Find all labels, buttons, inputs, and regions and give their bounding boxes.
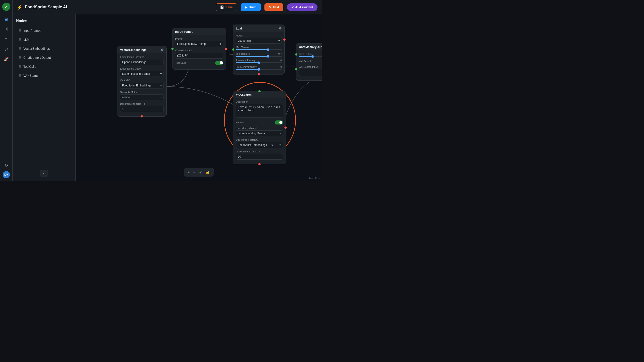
vak-documents-field: Documents to fetch - k 10 [236,150,283,160]
canvas[interactable]: VectorEmbeddings ⚙ Embeddings Provider O… [76,15,322,181]
nodes-panel: Nodes ⠿ InputPrompt ⠿ LLM ⠿ VectorEmbedd… [12,15,76,181]
drag-icon: ⠿ [19,74,21,77]
node-label-inputprompt: InputPrompt [24,29,40,32]
inputprompt-output-dot [225,48,227,50]
sidebar-icon-user[interactable]: DV [3,171,10,178]
build-icon: ▶ [245,6,247,9]
vak-documents-value: 10 [236,154,283,160]
project-title: ⚡ FoodSprint Sample AI [17,5,67,10]
sidebar-icon-rocket[interactable]: 🚀 [2,55,10,63]
topbar: ⚡ FoodSprint Sample AI 💾 Save ▶ Build ✎ … [12,0,322,15]
drag-icon: ⠿ [19,65,21,68]
structured-vectordb-select[interactable]: FoodSprint Embeddings CSV ▾ [236,142,283,148]
embeddings-model-select[interactable]: text-embedding-3-small ▾ [120,71,164,77]
llm-model-field: Model gpt-4o-mini ▾ [236,34,282,44]
vak-right-dot [284,126,287,129]
embeddings-model-field: Embeddings Model text-embedding-3-small … [120,67,164,77]
vaksearch-toggle-field: VAKSearch [299,59,322,63]
sidebar-icon-discover[interactable]: ◎ [2,45,10,53]
node-llm-header: LLM ⚙ [233,25,284,32]
llm-input-dot [232,48,234,51]
build-button[interactable]: ▶ Build [240,3,261,11]
vaksearch-input-field: VAKSearch Input [299,66,322,76]
test-button[interactable]: ✎ Test [264,3,283,11]
llm-model-select[interactable]: gpt-4o-mini ▾ [236,38,282,44]
frequency-penalty-slider[interactable] [236,69,282,70]
embeddings-provider-select[interactable]: OpenAIEmbeddings ▾ [120,59,164,65]
sidebar-item-inputprompt[interactable]: ⠿ InputPrompt [16,27,72,35]
node-label-vaksearch: VAKSearch [24,74,39,77]
node-vak-body: Description Invoke this when user asks a… [233,98,286,164]
node-inputprompt-body: Prompt FoodSprint RAG Prompt ▾ Context I… [172,35,226,69]
frequency-penalty-slider-row: Frequency Penalty 0 [236,66,282,70]
temperature-slider[interactable] [236,56,282,57]
sidebar-icon-db[interactable]: 🗄 [2,25,10,33]
sidebar-item-vaksearch[interactable]: ⠿ VAKSearch [16,72,72,80]
history-toggle[interactable] [275,120,283,124]
max-tokens-slider[interactable] [236,49,282,50]
vak-embeddings-model-select[interactable]: text-embedding-3-small ▾ [236,130,283,136]
ai-assistant-button[interactable]: ✔ AI Assistant [287,3,318,11]
vector-db-field: VectorDB FoodSprint Embeddings ▾ [120,79,164,88]
llm-output-dot-right [283,39,286,41]
llm-output-dot-bottom [258,73,260,75]
temperature-slider-row: Temperature 0.7 [236,53,282,57]
node-inputprompt[interactable]: InputPrompt Prompt FoodSprint RAG Prompt… [172,28,226,70]
node-vectorembeddings-header: VectorEmbeddings ⚙ [118,46,166,53]
react-flow-label: React Flow [308,177,320,180]
tool-calls-toggle[interactable] [215,61,223,65]
drag-icon: ⠿ [19,38,21,41]
presence-penalty-slider-row: Presence Penalty 0 [236,59,282,63]
main-content: ⚡ FoodSprint Sample AI 💾 Save ▶ Build ✎ … [12,0,322,181]
node-llm[interactable]: LLM ⚙ Model gpt-4o-mini ▾ Max Tokens [233,25,285,75]
chat-history-slider[interactable] [299,56,322,57]
documents-field: Documents to fetch - k 4 [120,102,164,112]
vak-input-dot [258,90,260,92]
node-vectorembeddings[interactable]: VectorEmbeddings ⚙ Embeddings Provider O… [117,46,166,117]
chat-input-dot-bottom-left [295,68,297,70]
inputprompt-input-dot [171,48,174,50]
assistant-icon: ✔ [291,6,294,9]
nodes-panel-title: Nodes [16,19,72,23]
fit-view-button[interactable]: ⤢ [199,170,202,174]
node-label-chatmemoryoutput: ChatMemoryOutput [24,56,51,59]
node-llm-body: Model gpt-4o-mini ▾ Max Tokens [233,32,284,74]
documents-value: 4 [120,106,164,112]
node-vaksearch[interactable]: VAKSearch Description Invoke this when u… [233,91,286,164]
tool-calls-field: Tool Calls [175,61,223,65]
presence-penalty-slider[interactable] [236,62,282,63]
sidebar-item-llm[interactable]: ⠿ LLM [16,36,72,44]
sidebar-item-chatmemoryoutput[interactable]: ⠿ ChatMemoryOutput [16,54,72,62]
sidebar-icon-layers[interactable]: ≡ [2,35,10,43]
prompt-select[interactable]: FoodSprint RAG Prompt ▾ [175,41,223,47]
sidebar-item-vectorembeddings[interactable]: ⠿ VectorEmbeddings [16,45,72,53]
llm-settings-icon[interactable]: ⚙ [279,27,282,30]
vaksearch-input-value[interactable] [299,69,322,76]
sidebar-icons: ✓ ⊞ 🗄 ≡ ◎ 🚀 ⚙ DV [0,0,12,181]
sidebar-item-toolcalls[interactable]: ⠿ ToolCalls [16,63,72,71]
max-tokens-slider-row: Max Tokens [236,46,282,50]
zoom-in-button[interactable]: + [188,170,190,174]
context-input-value: (X54oFk) [175,53,223,59]
save-button[interactable]: 💾 Save [216,3,237,11]
app-logo[interactable]: ✓ [2,3,10,11]
chat-input-dot-left [295,53,297,56]
structured-vectordb-field: Structured VectorDB FoodSprint Embedding… [236,138,283,148]
vak-output-dot [258,163,260,165]
sidebar-icon-grid[interactable]: ⊞ [2,15,10,24]
node-chatmemoryoutput[interactable]: ChatMemoryOutput Chat History 4 [296,43,322,81]
body-area: Nodes ⠿ InputPrompt ⠿ LLM ⠿ VectorEmbedd… [12,15,322,181]
collapse-panel-button[interactable]: « [40,170,48,176]
vector-db-select[interactable]: FoodSprint Embeddings ▾ [120,83,164,88]
zoom-out-button[interactable]: − [194,170,196,174]
node-label-llm: LLM [24,38,30,41]
similarity-metric-select[interactable]: cosine ▾ [120,94,164,100]
lock-button[interactable]: 🔒 [206,170,210,174]
chat-history-slider-row: Chat History 4 [299,53,322,57]
test-icon: ✎ [269,6,272,9]
project-name: FoodSprint Sample AI [25,5,67,10]
sidebar-icon-settings[interactable]: ⚙ [2,161,10,169]
vectorembeddings-settings-icon[interactable]: ⚙ [161,48,164,52]
description-textarea[interactable]: Invoke this when user asks about food [236,104,283,117]
canvas-toolbar: + − ⤢ 🔒 [184,168,214,176]
